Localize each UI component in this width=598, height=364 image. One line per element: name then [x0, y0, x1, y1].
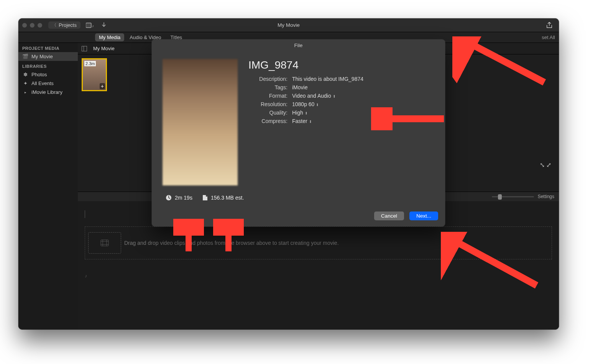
resolution-select[interactable]: 1080p 60⬍: [292, 101, 319, 107]
stat-duration: 2m 19s: [166, 195, 192, 201]
timeline-dropzone[interactable]: Drag and drop video clips and photos fro…: [85, 226, 552, 259]
dropzone-slot: [88, 232, 121, 254]
export-file-dialog: File IMG_9874 Description: This video is…: [152, 39, 445, 226]
chevron-right-icon: ▸: [22, 90, 28, 94]
download-button[interactable]: [99, 22, 109, 28]
window-title: My Movie: [278, 22, 300, 28]
label-format: Format:: [248, 93, 288, 99]
add-clip-icon[interactable]: +: [100, 83, 105, 89]
export-preview-thumbnail: [163, 59, 238, 185]
sidebar-item-label: My Movie: [31, 54, 53, 59]
export-file-title: IMG_9874: [248, 59, 434, 71]
minimize-window-icon[interactable]: [30, 23, 34, 28]
star-icon: ✦: [22, 80, 28, 86]
label-compress: Compress:: [248, 118, 288, 124]
description-field[interactable]: This video is about IMG_9874: [292, 76, 363, 82]
compress-select[interactable]: Faster⬍: [292, 118, 312, 124]
filesize-value: 156.3 MB est.: [211, 195, 244, 201]
film-icon: [100, 239, 109, 246]
close-window-icon[interactable]: [22, 23, 27, 28]
chevron-left-icon: 〈: [52, 22, 56, 28]
clip-thumbnail[interactable]: 2.3m +: [82, 58, 107, 91]
expand-icon[interactable]: ⤡ ⤢: [540, 161, 551, 169]
dialog-title: File: [152, 39, 445, 51]
clapper-icon: 🎬: [22, 54, 28, 59]
chevron-updown-icon: ⬍: [309, 120, 312, 124]
sidebar-item-label: iMovie Library: [31, 89, 62, 95]
label-quality: Quality:: [248, 110, 288, 116]
sidebar-header-project-media: PROJECT MEDIA: [18, 43, 78, 52]
next-button[interactable]: Next...: [409, 212, 438, 220]
clock-icon: [166, 195, 172, 201]
sidebar: PROJECT MEDIA 🎬 My Movie LIBRARIES ✽ Pho…: [18, 43, 78, 330]
grid-view-icon[interactable]: [82, 46, 87, 51]
media-import-button[interactable]: ♪: [84, 22, 96, 28]
label-description: Description:: [248, 76, 288, 82]
quality-select[interactable]: High⬍: [292, 110, 308, 116]
settings-button[interactable]: Settings: [538, 194, 554, 199]
tab-my-media[interactable]: My Media: [95, 33, 124, 41]
toolbar: 〈 Projects ♪ My Movie: [18, 18, 559, 32]
chevron-updown-icon: ⬍: [305, 111, 307, 115]
duration-value: 2m 19s: [175, 195, 192, 201]
sidebar-item-label: Photos: [31, 72, 47, 77]
sidebar-header-libraries: LIBRARIES: [18, 61, 78, 70]
dropzone-hint: Drag and drop video clips and photos fro…: [124, 240, 339, 246]
cancel-button[interactable]: Cancel: [374, 212, 404, 220]
chevron-updown-icon: ⬍: [317, 103, 319, 107]
sidebar-item-imovie-library[interactable]: ▸ iMovie Library: [18, 88, 78, 97]
export-stats: 2m 19s 156.3 MB est.: [152, 188, 445, 208]
stat-filesize: 156.3 MB est.: [202, 195, 244, 201]
tags-field[interactable]: iMovie: [292, 84, 307, 90]
sidebar-item-all-events[interactable]: ✦ All Events: [18, 79, 78, 88]
back-label: Projects: [59, 22, 77, 28]
file-icon: [202, 195, 208, 201]
window-controls: [22, 23, 42, 28]
browser-title: My Movie: [93, 46, 115, 51]
svg-rect-2: [101, 240, 108, 246]
export-form: IMG_9874 Description: This video is abou…: [248, 59, 434, 185]
sidebar-item-label: All Events: [31, 80, 54, 86]
svg-text:♪: ♪: [92, 24, 94, 28]
label-tags: Tags:: [248, 84, 288, 90]
zoom-window-icon[interactable]: [38, 23, 42, 28]
chevron-updown-icon: ⬍: [333, 94, 335, 98]
sidebar-item-photos[interactable]: ✽ Photos: [18, 70, 78, 79]
clip-duration-badge: 2.3m: [84, 61, 96, 66]
audio-track-icon: ♪: [85, 273, 552, 279]
label-resolution: Resolution:: [248, 101, 288, 107]
reset-all-button[interactable]: set All: [542, 34, 555, 40]
flower-icon: ✽: [22, 72, 28, 77]
zoom-slider[interactable]: [492, 196, 534, 197]
sidebar-item-my-movie[interactable]: 🎬 My Movie: [18, 52, 78, 61]
share-button[interactable]: [544, 22, 555, 29]
back-button[interactable]: 〈 Projects: [48, 21, 80, 29]
format-select[interactable]: Video and Audio⬍: [292, 93, 336, 99]
